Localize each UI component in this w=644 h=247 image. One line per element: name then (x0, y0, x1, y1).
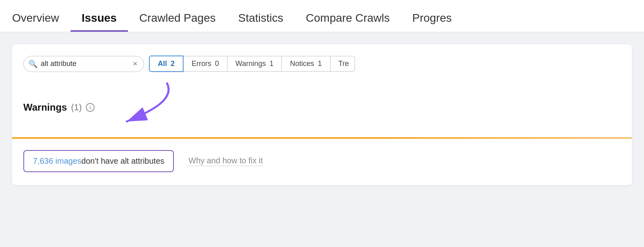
why-fix-link[interactable]: Why and how to fix it (188, 156, 263, 166)
tab-crawled-pages[interactable]: Crawled Pages (128, 12, 227, 32)
issue-link[interactable]: 7,636 images (33, 156, 81, 166)
tab-overview[interactable]: Overview (12, 12, 70, 32)
info-icon[interactable]: i (86, 103, 95, 112)
issue-row: 7,636 images don't have alt attributes W… (23, 139, 621, 185)
search-icon: 🔍 (29, 60, 37, 68)
tab-statistics[interactable]: Statistics (227, 12, 295, 32)
issue-text: don't have alt attributes (81, 156, 164, 166)
search-input[interactable] (41, 60, 129, 68)
filter-bar: 🔍 ✕ All 2 Errors 0 Warnings (23, 56, 621, 72)
filter-errors[interactable]: Errors 0 (184, 56, 227, 72)
app-container: Overview Issues Crawled Pages Statistics… (0, 0, 644, 247)
issue-card[interactable]: 7,636 images don't have alt attributes (23, 150, 174, 172)
tab-progress[interactable]: Progres (401, 12, 463, 32)
tab-issues[interactable]: Issues (70, 12, 128, 32)
filter-warnings[interactable]: Warnings 1 (227, 56, 282, 72)
main-content: 🔍 ✕ All 2 Errors 0 Warnings (0, 32, 644, 185)
annotation-arrow (103, 79, 191, 128)
filter-notices[interactable]: Notices 1 (282, 56, 330, 72)
filter-trend[interactable]: Tre (330, 56, 355, 72)
search-box: 🔍 ✕ (23, 56, 144, 72)
filter-all[interactable]: All 2 (149, 56, 184, 72)
section-count: (1) (71, 102, 82, 113)
section-title: Warnings (23, 102, 67, 113)
issues-panel: 🔍 ✕ All 2 Errors 0 Warnings (12, 44, 632, 185)
nav-tabs: Overview Issues Crawled Pages Statistics… (0, 0, 644, 32)
warnings-section-label: Warnings (1) i (23, 83, 621, 132)
clear-icon[interactable]: ✕ (132, 60, 138, 68)
tab-compare-crawls[interactable]: Compare Crawls (295, 12, 401, 32)
filter-group: All 2 Errors 0 Warnings 1 Notices 1 (149, 56, 355, 72)
